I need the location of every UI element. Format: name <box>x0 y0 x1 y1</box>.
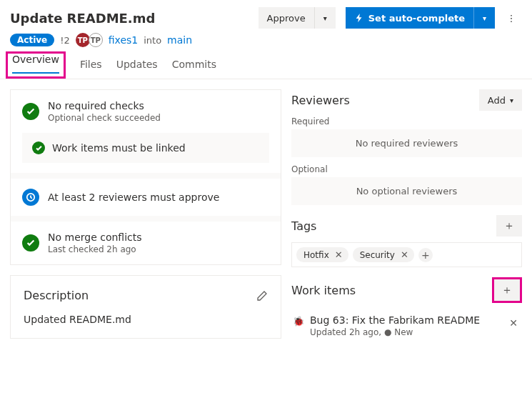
tags-heading: Tags <box>291 219 316 233</box>
tag-list: Hotfix✕ Security✕ + <box>291 242 522 267</box>
optional-reviewers-empty: No optional reviewers <box>291 177 522 205</box>
tab-commits[interactable]: Commits <box>172 51 216 79</box>
approve-dropdown[interactable]: ▾ <box>314 7 336 29</box>
pr-header: Update README.md Approve ▾ Set auto-comp… <box>0 0 532 51</box>
pr-title: Update README.md <box>10 11 253 26</box>
more-actions-button[interactable]: ⋮ <box>501 7 522 29</box>
target-branch-link[interactable]: main <box>167 34 192 46</box>
remove-tag-button[interactable]: ✕ <box>332 249 346 260</box>
lightning-icon <box>354 13 364 23</box>
description-heading: Description <box>24 289 89 302</box>
tag-security: Security✕ <box>353 247 414 262</box>
reviewers-section: Reviewers Add ▾ Required No required rev… <box>291 89 522 205</box>
plus-icon: + <box>421 249 430 261</box>
reviewers-heading: Reviewers <box>291 94 350 107</box>
check-reviewers: At least 2 reviewers must approve <box>11 173 281 216</box>
autocomplete-button[interactable]: Set auto-complete <box>346 7 473 29</box>
add-reviewer-button[interactable]: Add ▾ <box>479 89 522 111</box>
autocomplete-button-group: Set auto-complete ▾ <box>346 7 495 29</box>
checkmark-icon <box>22 234 39 252</box>
edit-description-button[interactable] <box>256 290 268 302</box>
checkmark-icon <box>22 103 39 120</box>
chevron-down-icon: ▾ <box>323 14 327 22</box>
required-reviewers-empty: No required reviewers <box>291 129 522 157</box>
add-tag-button[interactable]: ＋ <box>496 215 522 237</box>
add-work-item-button[interactable]: ＋ <box>494 279 520 301</box>
tab-overview[interactable]: Overview <box>12 46 59 74</box>
approve-button-group: Approve ▾ <box>259 7 336 29</box>
check-work-items: Work items must be linked <box>22 133 269 163</box>
status-badge: Active <box>10 34 54 46</box>
plus-icon: ＋ <box>503 219 515 234</box>
checkmark-icon <box>32 141 45 154</box>
pencil-icon <box>256 290 268 302</box>
work-item-row[interactable]: 🐞 Bug 63: Fix the Fabrikam README Update… <box>291 309 522 343</box>
avatar[interactable]: TP <box>76 33 90 47</box>
checks-card: No required checks Optional check succee… <box>10 89 281 265</box>
description-body: Updated README.md <box>24 314 268 325</box>
approve-button[interactable]: Approve <box>259 7 314 29</box>
chevron-down-icon: ▾ <box>483 14 486 22</box>
source-branch-link[interactable]: fixes1 <box>109 34 139 46</box>
iteration-label: !2 <box>60 35 69 46</box>
optional-label: Optional <box>291 164 522 174</box>
remove-work-item-button[interactable]: ✕ <box>506 314 521 332</box>
more-icon: ⋮ <box>507 13 516 24</box>
required-label: Required <box>291 116 522 126</box>
tag-hotfix: Hotfix✕ <box>296 247 348 262</box>
work-items-heading: Work items <box>291 284 356 297</box>
inline-add-tag-button[interactable]: + <box>418 248 433 262</box>
clock-icon <box>22 189 39 206</box>
branch-join-text: into <box>144 35 161 46</box>
tab-files[interactable]: Files <box>80 51 102 79</box>
plus-icon: ＋ <box>501 283 513 298</box>
check-merge: No merge conflicts Last checked 2h ago <box>11 216 281 264</box>
remove-tag-button[interactable]: ✕ <box>398 249 411 260</box>
chevron-down-icon: ▾ <box>510 96 513 104</box>
work-item-title: Bug 63: Fix the Fabrikam README <box>310 314 480 326</box>
check-no-required: No required checks Optional check succee… <box>11 90 281 133</box>
autocomplete-dropdown[interactable]: ▾ <box>473 7 495 29</box>
pr-meta: Active !2 TP TP fixes1 into main <box>10 33 522 47</box>
tags-section: Tags ＋ Hotfix✕ Security✕ + <box>291 215 522 267</box>
tab-updates[interactable]: Updates <box>116 51 158 79</box>
work-item-sub: Updated 2h ago, ● New <box>310 327 480 337</box>
pr-tabs: Overview Files Updates Commits <box>0 51 532 79</box>
description-card: Description Updated README.md <box>10 275 281 339</box>
avatar[interactable]: TP <box>89 33 103 47</box>
bug-icon: 🐞 <box>293 316 304 327</box>
work-items-section: Work items ＋ 🐞 Bug 63: Fix the Fabrikam … <box>291 277 522 343</box>
